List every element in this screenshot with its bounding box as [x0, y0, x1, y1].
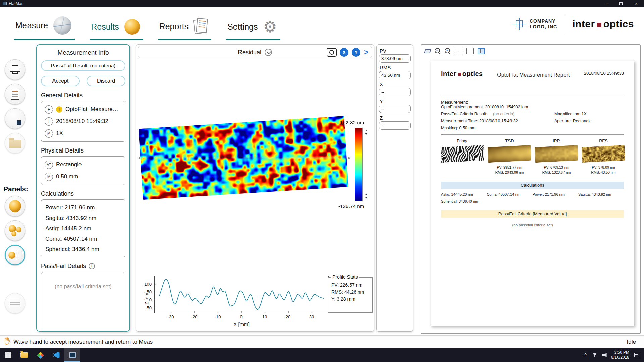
close-button[interactable]: ×: [629, 0, 644, 7]
passfail-details-heading: Pass/Fail Details: [41, 263, 86, 270]
pv-value-field[interactable]: 378.09 nm: [379, 54, 411, 63]
report-criteria-heading: Pass/Fail Criteria [Measured Value]: [441, 210, 624, 218]
pinned-app-button[interactable]: [32, 348, 48, 362]
fringe-label: Fringe: [441, 139, 484, 143]
tab-measure[interactable]: Measure: [14, 16, 75, 40]
fringe-thumbnail: Fringe: [441, 139, 484, 175]
action-center-icon[interactable]: [634, 353, 639, 357]
maximize-button[interactable]: [613, 0, 629, 7]
speaker-icon[interactable]: [602, 353, 607, 357]
brand-text-post: optics: [603, 18, 634, 30]
brand-square-icon: [597, 23, 601, 27]
info-icon[interactable]: i: [89, 263, 95, 269]
layout-grid-button[interactable]: [455, 48, 462, 54]
panel-profile-view-button[interactable]: [5, 245, 25, 265]
minimize-button[interactable]: –: [598, 0, 613, 7]
report-divider: [441, 96, 624, 96]
scale-min-spinner[interactable]: ▲ ▼: [365, 193, 368, 199]
panel-multi-view-button[interactable]: [5, 220, 25, 241]
results-surface-icon: [124, 19, 140, 35]
status-message: Wave hand to accept measurement and retu…: [13, 339, 153, 345]
calc-sagitta: Sagitta: 4343.92 nm: [45, 213, 121, 223]
start-button[interactable]: [0, 348, 16, 362]
report-power: Power: 2171.96 nm: [533, 192, 578, 196]
print-button[interactable]: [5, 59, 25, 80]
taskbar-clock[interactable]: 3:50 PM 8/10/2018: [611, 350, 629, 360]
reports-stack-icon: [194, 18, 208, 35]
accept-button[interactable]: Accept: [41, 76, 80, 86]
vscode-button[interactable]: [48, 348, 64, 362]
x-value-field[interactable]: --: [379, 88, 411, 96]
profile-plot: [154, 276, 329, 313]
open-button[interactable]: [5, 133, 25, 154]
profile-right-arrow-icon: ►: [348, 156, 351, 160]
panel-list-button[interactable]: [5, 293, 25, 314]
y-value-field[interactable]: --: [379, 105, 411, 113]
y-profile-button[interactable]: Y: [352, 48, 360, 57]
tab-reports[interactable]: Reports: [158, 18, 212, 40]
panels-label: Panels:: [3, 185, 29, 193]
report-calculations-heading: Calculations: [441, 182, 624, 189]
passfail-result-button[interactable]: Pass/Fail Result: (no criteria): [41, 60, 125, 71]
company-logo-line1: COMPANY: [530, 18, 557, 24]
window-title: FlatMan: [9, 1, 24, 6]
window-controls: – ×: [598, 0, 644, 7]
save-measurement-button[interactable]: [5, 108, 25, 129]
res-thumbnail: RES PV: 378.09 nm RMS: 43.50 nm: [582, 139, 625, 175]
file-explorer-button[interactable]: [16, 348, 32, 362]
next-view-button[interactable]: >: [363, 48, 369, 57]
diamond-app-icon: [37, 351, 44, 358]
profile-cross-section-line[interactable]: ◄ ►: [137, 156, 351, 160]
aperture-row: AT Rectangle: [45, 159, 122, 171]
report-datetime: 2018/08/10 15:49:33: [584, 71, 624, 76]
zoom-out-button[interactable]: -: [445, 48, 451, 54]
tsd-thumbnail: TSD PV: 9951.77 nm RMS: 2043.06 nm: [488, 139, 531, 175]
sweep-icon[interactable]: [424, 49, 431, 53]
irr-rms: RMS: 1323.67 nm: [535, 170, 578, 175]
tab-settings-label: Settings: [227, 22, 258, 32]
report-brand-post: optics: [462, 70, 483, 78]
irr-thumbnail: IRR PV: 6709.13 nm RMS: 1323.67 nm: [535, 139, 578, 175]
scale-max-spinner[interactable]: ▲ ▼: [365, 129, 368, 136]
res-rms: RMS: 43.50 nm: [582, 170, 625, 175]
file-name: OptoFlat_Measurement...: [65, 106, 122, 113]
chevron-down-icon: [265, 49, 272, 56]
report-passfail-line: Pass/Fail Criteria Result: (no criteria): [441, 112, 554, 116]
view-mode-dropdown[interactable]: Residual: [238, 49, 272, 56]
layout-split-button[interactable]: [466, 48, 474, 54]
x-profile-button[interactable]: X: [340, 48, 348, 57]
capture-button[interactable]: [327, 48, 337, 57]
measurement-info-panel: Measurement Info Pass/Fail Result: (no c…: [36, 44, 130, 332]
folder-icon: [9, 140, 21, 148]
panel-surface-map-button[interactable]: [5, 196, 25, 217]
file-badge: F: [45, 105, 53, 114]
discard-button[interactable]: Discard: [87, 76, 125, 86]
profile-ytick-label: -50: [145, 305, 152, 310]
report-passfail-label: Pass/Fail Criteria Result:: [441, 112, 487, 116]
tab-results-label: Results: [91, 22, 119, 32]
profile-xtick-label: 30: [307, 314, 317, 319]
zoom-in-button[interactable]: +: [435, 48, 441, 54]
interoptics-logo: inter optics: [572, 18, 634, 30]
scale-min-label: -136.74 nm: [309, 203, 364, 209]
layout-single-page-button[interactable]: [478, 48, 485, 54]
calc-power: Power: 2171.96 nm: [45, 202, 121, 213]
profile-xtick-label: -10: [213, 314, 223, 319]
tab-settings[interactable]: Settings ⚙: [226, 19, 280, 40]
report-divider: [441, 134, 624, 135]
app-icon: [3, 2, 7, 5]
report-criteria-empty: (no pass/fail criteria set): [441, 223, 624, 227]
document-icon: [11, 89, 19, 100]
magnification-value: 1X: [56, 130, 63, 137]
status-state: Idle: [627, 339, 636, 345]
tray-chevron-icon[interactable]: ^: [584, 352, 587, 358]
report-button[interactable]: [5, 84, 25, 105]
report-masking: Masking: 0.50 mm: [441, 126, 554, 130]
report-coma: Coma: 40507.14 nm: [487, 192, 532, 196]
z-value-field[interactable]: --: [379, 121, 411, 130]
rms-value-field[interactable]: 43.50 nm: [379, 71, 411, 79]
wifi-icon[interactable]: [592, 353, 598, 358]
flatman-taskbar-button[interactable]: [64, 348, 80, 362]
vscode-icon: [53, 352, 60, 358]
tab-results[interactable]: Results: [90, 19, 143, 40]
